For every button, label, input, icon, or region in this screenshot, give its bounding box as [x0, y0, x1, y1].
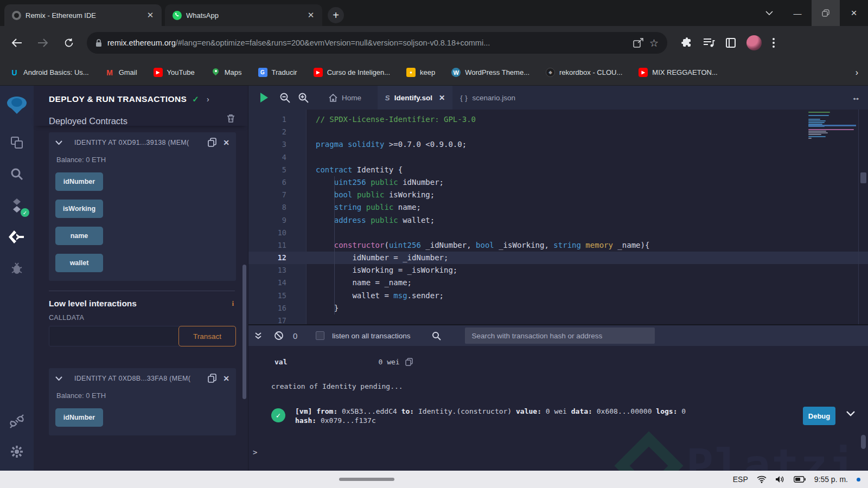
- bookmark-item[interactable]: MGmail: [105, 68, 137, 77]
- panel-scrollbar[interactable]: [242, 265, 246, 399]
- bookmark-item[interactable]: UAndroid Basics: Us...: [10, 68, 89, 77]
- code-line-13[interactable]: 13 isWorking = _isWorking;: [248, 264, 868, 277]
- wifi-icon[interactable]: [757, 476, 767, 483]
- zoom-in-icon[interactable]: [295, 89, 311, 106]
- search-icon[interactable]: [8, 165, 26, 183]
- taskbar-center-bar[interactable]: [339, 478, 394, 481]
- code-editor[interactable]: 1// SPDX-License-Identifier: GPL-3.023pr…: [248, 110, 868, 324]
- editor-scrollbar-thumb[interactable]: [860, 172, 866, 183]
- side-panel-icon[interactable]: [726, 38, 736, 48]
- copy-value-icon[interactable]: [405, 358, 413, 366]
- code-line-11[interactable]: 11 constructor(uint256 _idNumber, bool _…: [248, 239, 868, 252]
- panel-next-chevron-icon[interactable]: ›: [207, 95, 209, 104]
- tab-search-chevron-icon[interactable]: [755, 2, 783, 24]
- code-line-3[interactable]: 3pragma solidity >=0.7.0 <0.9.0.0;: [248, 138, 868, 151]
- code-line-1[interactable]: 1// SPDX-License-Identifier: GPL-3.0: [248, 113, 868, 126]
- tab-close-icon[interactable]: ✕: [144, 9, 156, 21]
- run-script-icon[interactable]: [256, 89, 272, 106]
- bookmark-item[interactable]: WWordPress Theme...: [451, 68, 529, 77]
- keyboard-language[interactable]: ESP: [733, 475, 748, 484]
- share-icon[interactable]: [633, 38, 644, 48]
- clock[interactable]: 9:55 p. m.: [814, 475, 848, 484]
- copy-address-icon[interactable]: [208, 138, 216, 147]
- plugin-manager-icon[interactable]: [8, 412, 26, 431]
- window-minimize-button[interactable]: —: [783, 2, 812, 24]
- code-line-2[interactable]: 2: [248, 126, 868, 138]
- clear-console-icon[interactable]: [272, 329, 285, 342]
- file-explorer-icon[interactable]: [8, 133, 26, 152]
- contract-function-button-wallet[interactable]: wallet: [55, 254, 103, 272]
- browser-tab-whatsapp[interactable]: WhatsApp ✕: [165, 4, 322, 26]
- copy-address-icon[interactable]: [208, 374, 216, 383]
- playlist-icon[interactable]: [703, 38, 715, 48]
- address-bar[interactable]: remix.ethereum.org/#lang=en&optimize=fal…: [87, 32, 667, 54]
- clear-instances-trash-icon[interactable]: [227, 114, 235, 123]
- bookmark-item[interactable]: ●keep: [406, 68, 435, 77]
- code-line-10[interactable]: 10: [248, 227, 868, 239]
- tab-scenario-json[interactable]: { } scenario.json: [452, 86, 523, 110]
- profile-avatar[interactable]: [746, 35, 762, 50]
- code-line-5[interactable]: 5contract Identity {: [248, 164, 868, 176]
- tab-identify-sol[interactable]: S Identify.sol ✕: [378, 86, 452, 110]
- notification-dot[interactable]: [857, 478, 860, 481]
- collapse-chevron-icon[interactable]: [55, 376, 62, 381]
- listen-checkbox[interactable]: [316, 331, 324, 340]
- contract-function-button-idNumber[interactable]: idNumber: [55, 172, 103, 191]
- bookmark-item[interactable]: GTraducir: [258, 68, 297, 77]
- battery-icon[interactable]: [794, 476, 806, 483]
- terminal-search-input[interactable]: [465, 328, 655, 344]
- transaction-log-row[interactable]: ✓ [vm] from: 0x5B3...eddC4 to: Identity.…: [271, 407, 863, 425]
- reload-button[interactable]: [60, 34, 78, 52]
- close-tab-icon[interactable]: ✕: [439, 93, 445, 102]
- bookmark-item[interactable]: Maps: [211, 68, 242, 77]
- debug-button[interactable]: Debug: [803, 407, 835, 425]
- code-line-12[interactable]: 12 idNumber = _idNumber;: [248, 252, 868, 264]
- code-line-8[interactable]: 8 string public name;: [248, 201, 868, 214]
- bookmark-star-icon[interactable]: ☆: [649, 37, 659, 49]
- debugger-icon[interactable]: [8, 259, 26, 278]
- remove-instance-icon[interactable]: ✕: [223, 374, 229, 383]
- forward-button[interactable]: [34, 34, 52, 52]
- code-line-17[interactable]: 17: [248, 314, 868, 324]
- new-tab-button[interactable]: +: [328, 7, 344, 23]
- info-icon[interactable]: i: [232, 299, 234, 308]
- bookmark-item[interactable]: ▶YouTube: [154, 68, 195, 77]
- code-line-15[interactable]: 15 wallet = msg.sender;: [248, 290, 868, 302]
- extensions-icon[interactable]: [681, 37, 692, 48]
- settings-gear-icon[interactable]: [8, 442, 26, 461]
- back-button[interactable]: [8, 34, 26, 52]
- code-line-14[interactable]: 14 name = _name;: [248, 277, 868, 289]
- bookmark-item[interactable]: ◆rekordbox - CLOU...: [546, 68, 622, 77]
- remove-instance-icon[interactable]: ✕: [223, 138, 229, 147]
- volume-icon[interactable]: [775, 476, 785, 483]
- editor-minimap[interactable]: [808, 112, 856, 137]
- code-text: uint256 public idNumber;: [316, 176, 444, 189]
- browser-tab-remix[interactable]: Remix - Ethereum IDE ✕: [4, 4, 162, 26]
- expand-horizontal-icon[interactable]: ↔: [852, 93, 860, 102]
- bookmark-item[interactable]: ▶Curso de Inteligen...: [314, 68, 390, 77]
- code-line-7[interactable]: 7 bool public isWorking;: [248, 189, 868, 201]
- contract-function-button-idNumber[interactable]: idNumber: [55, 408, 103, 427]
- code-line-16[interactable]: 16 }: [248, 302, 868, 314]
- contract-function-button-name[interactable]: name: [55, 227, 103, 245]
- zoom-out-icon[interactable]: [277, 89, 293, 106]
- code-line-4[interactable]: 4: [248, 151, 868, 164]
- transact-button[interactable]: Transact: [178, 326, 236, 346]
- tab-home[interactable]: Home: [321, 86, 369, 110]
- solidity-compiler-icon[interactable]: ✓: [8, 196, 26, 215]
- terminal-scrollbar[interactable]: [861, 435, 866, 449]
- menu-kebab-icon[interactable]: [773, 38, 775, 48]
- contract-function-button-isWorking[interactable]: isWorking: [55, 200, 103, 218]
- collapse-chevron-icon[interactable]: [55, 140, 62, 145]
- collapse-terminal-icon[interactable]: [252, 329, 265, 342]
- deploy-and-run-icon[interactable]: [8, 228, 26, 246]
- code-line-9[interactable]: 9 address public wallet;: [248, 214, 868, 227]
- window-close-button[interactable]: ×: [840, 2, 868, 24]
- bookmark-item[interactable]: ▶MIX REGGAETON...: [639, 68, 717, 77]
- window-restore-button[interactable]: [812, 0, 840, 26]
- tab-close-icon[interactable]: ✕: [305, 9, 317, 21]
- code-text: }: [316, 302, 339, 314]
- bookmarks-overflow-chevron-icon[interactable]: ›: [856, 68, 858, 78]
- expand-tx-chevron-icon[interactable]: [846, 411, 855, 416]
- code-line-6[interactable]: 6 uint256 public idNumber;: [248, 176, 868, 189]
